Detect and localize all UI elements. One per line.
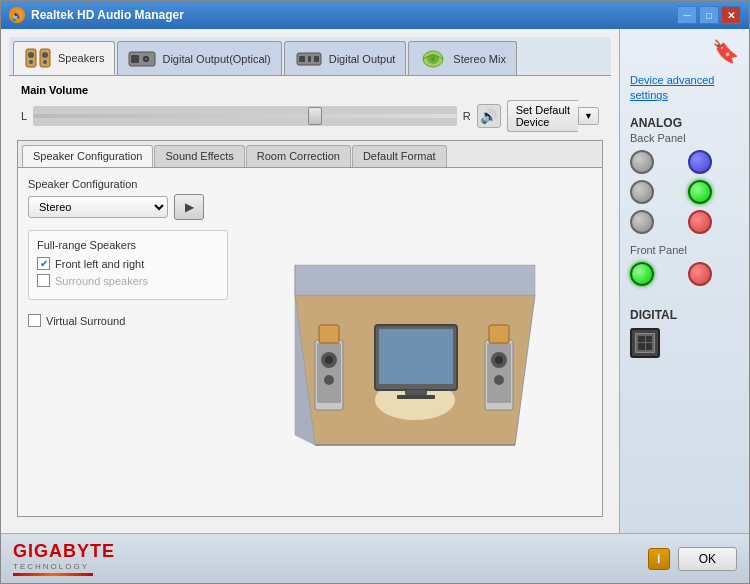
tab-stereo-mix-label: Stereo Mix [453,53,506,65]
left-panel: Speakers Digital Output(Optical) [1,29,619,533]
speaker-config-controls: Speaker Configuration Stereo Quadraphoni… [28,178,228,506]
title-bar: 🔊 Realtek HD Audio Manager ─ □ ✕ [1,1,749,29]
front-port-1[interactable] [630,262,654,286]
virtual-surround-row: Virtual Surround [28,314,228,327]
speakers-icon [24,47,52,69]
volume-icon[interactable]: 🔊 [477,104,501,128]
tab-digital-output[interactable]: Digital Output [284,41,407,75]
svg-point-9 [145,57,148,60]
surround-checkbox[interactable] [37,274,50,287]
play-button[interactable]: ▶ [174,194,204,220]
svg-point-2 [29,60,33,64]
app-icon: 🔊 [9,7,25,23]
svg-point-1 [28,52,34,58]
svg-marker-18 [295,265,535,295]
fullrange-title: Full-range Speakers [37,239,219,251]
inner-tab-speaker-config[interactable]: Speaker Configuration [22,145,153,167]
fullrange-section: Full-range Speakers ✔ Front left and rig… [28,230,228,300]
back-port-3[interactable] [630,180,654,204]
volume-left: L [21,110,27,122]
technology-text: TECHNOLOGY [13,562,115,571]
tab-digital-optical-label: Digital Output(Optical) [162,53,270,65]
ok-button[interactable]: OK [678,547,737,571]
digital-output-icon [295,48,323,70]
svg-rect-26 [319,325,339,343]
digital-port-inner [635,333,655,353]
stereo-mix-icon [419,48,447,70]
front-port-2[interactable] [688,262,712,286]
volume-right: R [463,110,471,122]
tab-digital-optical[interactable]: Digital Output(Optical) [117,41,281,75]
device-advanced-link[interactable]: Device advanced settings [630,73,739,104]
gigabyte-logo: GIGABYTE TECHNOLOGY [13,541,115,576]
svg-point-5 [43,60,47,64]
svg-point-24 [325,356,333,364]
volume-slider[interactable] [33,106,457,126]
back-port-1[interactable] [630,150,654,174]
svg-point-25 [324,375,334,385]
info-button[interactable]: i [648,548,670,570]
volume-row: L R 🔊 Set Default Device ▼ [21,100,599,132]
analog-title: ANALOG [630,116,739,130]
svg-rect-7 [131,55,139,63]
svg-point-30 [495,356,503,364]
inner-tab-default-format[interactable]: Default Format [352,145,447,167]
inner-tab-sound-effects[interactable]: Sound Effects [154,145,244,167]
back-port-5[interactable] [630,210,654,234]
svg-rect-13 [314,56,319,62]
bookmark-icon: 🔖 [712,39,739,65]
surround-row: Surround speakers [37,274,219,287]
digital-dot-3 [638,343,645,350]
inner-tabs: Speaker Configuration Sound Effects Room… [18,141,602,168]
speaker-config-label: Speaker Configuration [28,178,228,190]
set-default-button[interactable]: Set Default Device ▼ [507,100,599,132]
speaker-visual [238,178,592,506]
set-default-main[interactable]: Set Default Device [507,100,578,132]
gigabyte-text: GIGABYTE [13,541,115,562]
minimize-button[interactable]: ─ [677,6,697,24]
inner-tab-room-correction[interactable]: Room Correction [246,145,351,167]
analog-section: ANALOG Back Panel Front Panel [630,116,739,296]
back-port-4[interactable] [688,180,712,204]
tab-speakers[interactable]: Speakers [13,41,115,75]
digital-dot-1 [638,336,645,343]
device-tabs: Speakers Digital Output(Optical) [9,37,611,76]
front-lr-label: Front left and right [55,258,144,270]
tab-stereo-mix[interactable]: Stereo Mix [408,41,517,75]
back-port-2[interactable] [688,150,712,174]
room-visualization [285,235,545,450]
svg-point-16 [431,57,435,61]
main-window: 🔊 Realtek HD Audio Manager ─ □ ✕ [0,0,750,584]
set-default-arrow[interactable]: ▼ [578,107,599,125]
gigabyte-bar [13,573,93,576]
main-content: Speakers Digital Output(Optical) [1,29,749,533]
virtual-surround-label: Virtual Surround [46,315,125,327]
right-panel: 🔖 Device advanced settings ANALOG Back P… [619,29,749,533]
select-row: Stereo Quadraphonic 5.1 Surround 7.1 Sur… [28,194,228,220]
virtual-surround-checkbox[interactable] [28,314,41,327]
digital-section: DIGITAL [630,308,739,358]
back-panel-ports [630,150,739,234]
speaker-config-panel: Speaker Configuration Stereo Quadraphoni… [18,168,602,516]
volume-label: Main Volume [21,84,599,96]
tab-speakers-label: Speakers [58,52,104,64]
volume-section: Main Volume L R 🔊 Set Default Device [9,76,611,140]
back-panel-label: Back Panel [630,132,739,144]
maximize-button[interactable]: □ [699,6,719,24]
svg-point-4 [42,52,48,58]
back-port-6[interactable] [688,210,712,234]
digital-port[interactable] [630,328,660,358]
surround-label: Surround speakers [55,275,148,287]
close-button[interactable]: ✕ [721,6,741,24]
speaker-config-select[interactable]: Stereo Quadraphonic 5.1 Surround 7.1 Sur… [28,196,168,218]
front-panel-ports [630,262,739,286]
digital-title: DIGITAL [630,308,739,322]
digital-dot-4 [646,343,653,350]
window-controls: ─ □ ✕ [677,6,741,24]
svg-rect-12 [308,56,311,62]
digital-port-container [630,328,739,358]
front-lr-checkbox[interactable]: ✔ [37,257,50,270]
bottom-right: i OK [648,547,737,571]
svg-rect-32 [489,325,509,343]
digital-dot-2 [646,336,653,343]
